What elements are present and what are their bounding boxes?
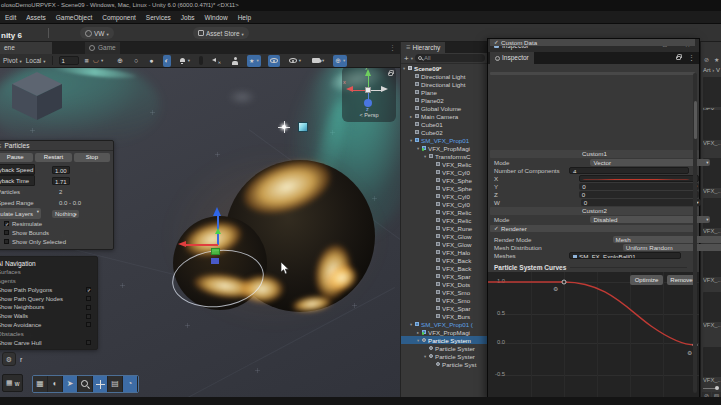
kebab-menu-icon[interactable]: ⋮ xyxy=(688,52,695,64)
tab-scene[interactable]: ene xyxy=(0,42,52,54)
vfx-graph-gizmo-icon[interactable] xyxy=(298,122,308,132)
module-row-partial[interactable] xyxy=(490,72,695,75)
orbit-tool-icon[interactable] xyxy=(123,376,138,392)
scene-cube-object[interactable] xyxy=(12,72,62,120)
menu-item[interactable]: Edit xyxy=(5,14,16,21)
components-count-field[interactable]: 4 xyxy=(569,167,689,174)
hierarchy-item[interactable]: ▾ SM_VFX_Prop01 xyxy=(401,136,488,144)
hierarchy-item[interactable]: ▾ Scene09* xyxy=(401,64,488,72)
optimize-button[interactable]: Optimize xyxy=(630,275,663,285)
shaded-tool-icon[interactable] xyxy=(48,376,63,392)
light-gizmo-icon[interactable] xyxy=(282,125,286,129)
view-tool-icon[interactable] xyxy=(63,376,78,392)
hierarchy-item[interactable]: Particle Syst xyxy=(401,360,488,368)
collapsed-overlay-button[interactable]: ⚙ r xyxy=(2,352,22,366)
hierarchy-item[interactable]: ▾ SM_VFX_Prop01 ( xyxy=(401,320,488,328)
asset-thumbnail[interactable]: VFX_... xyxy=(703,247,721,284)
tab-inspector[interactable]: iInspector xyxy=(490,52,534,64)
hierarchy-item[interactable]: ▸ VFX_PropMagi xyxy=(401,328,488,336)
hierarchy-item[interactable]: VFX_Dots xyxy=(401,280,488,288)
ai-nav-row[interactable]: Show Avoidance xyxy=(0,321,97,330)
ai-nav-row[interactable]: Show Path Query Nodes xyxy=(0,294,97,303)
account-button[interactable]: VW xyxy=(80,27,114,39)
particle-module-row[interactable]: Custom Data xyxy=(490,39,695,46)
asset-store-button[interactable]: Asset Store xyxy=(193,27,249,39)
module-checkbox-icon[interactable] xyxy=(494,41,498,45)
particles-panel-button[interactable]: Pause xyxy=(0,153,33,162)
particles-panel-value[interactable]: 1.71 xyxy=(52,177,70,185)
ai-nav-row[interactable]: Show Neighbours xyxy=(0,303,97,312)
custom1-header[interactable]: Custom1 xyxy=(490,150,699,158)
hierarchy-item[interactable]: VFX_Halo xyxy=(401,248,488,256)
favorites-star-icon[interactable]: ★ xyxy=(714,56,719,63)
ai-nav-row[interactable]: Agents xyxy=(0,277,97,286)
hierarchy-item[interactable]: Directional Light xyxy=(401,80,488,88)
hierarchy-item[interactable]: VFX_Back xyxy=(401,256,488,264)
draw-mode-icon[interactable] xyxy=(115,55,125,67)
mesh-distribution-dropdown[interactable]: Uniform Random xyxy=(623,244,721,251)
ai-nav-row[interactable]: Show Path Polygons xyxy=(0,285,97,294)
lock-icon[interactable] xyxy=(388,72,393,76)
tab-hierarchy[interactable]: ☰Hierarchy xyxy=(401,42,445,53)
keyframe-gear-icon[interactable]: ⚙ xyxy=(553,285,558,292)
ai-nav-row[interactable]: AI Navigation xyxy=(0,259,97,268)
hierarchy-item[interactable]: ▾ TransformsC xyxy=(401,152,488,160)
shading-shaded-icon[interactable] xyxy=(147,55,155,67)
particles-panel-value[interactable]: 2 xyxy=(59,188,62,196)
hierarchy-item[interactable]: ▾ VFX_PropMagi xyxy=(401,144,488,152)
grid-tool-icon[interactable] xyxy=(33,376,48,392)
hierarchy-item[interactable]: VFX_Relic xyxy=(401,160,488,168)
tab-menu-icon[interactable]: ⋮ xyxy=(389,42,396,54)
hierarchy-item[interactable]: VFX_Glow xyxy=(401,240,488,248)
asset-thumbnail[interactable]: VFX_... xyxy=(703,77,721,114)
handle-orientation-dropdown[interactable]: Local xyxy=(26,57,46,64)
hierarchy-item[interactable]: Cube01 xyxy=(401,120,488,128)
effects-toggle-icon[interactable] xyxy=(247,55,261,67)
ai-nav-row[interactable]: Show Carve Hull xyxy=(0,338,97,347)
hierarchy-item[interactable]: Directional Light xyxy=(401,72,488,80)
particles-panel-checkbox-row[interactable]: Show Bounds xyxy=(0,228,113,237)
menu-item[interactable]: Assets xyxy=(26,14,46,21)
hierarchy-item[interactable]: ▾ Particle System xyxy=(401,336,488,344)
scene-visibility-icon[interactable] xyxy=(268,55,280,67)
overlay-visibility-icon[interactable] xyxy=(287,55,303,67)
projection-label[interactable]: < Persp xyxy=(342,112,396,118)
zoom-slider-knob[interactable] xyxy=(715,386,719,390)
add-dropdown-icon[interactable]: ▾ xyxy=(411,56,413,61)
hierarchy-item[interactable]: ▾ Particle Syster xyxy=(401,352,488,360)
grid-snap-icon[interactable] xyxy=(83,55,89,66)
notifications-icon[interactable] xyxy=(178,55,192,67)
menu-item[interactable]: Help xyxy=(238,14,251,21)
menu-item[interactable]: GameObject xyxy=(56,14,93,21)
hierarchy-item[interactable]: VFX_Spar xyxy=(401,304,488,312)
layers-tool-icon[interactable] xyxy=(108,376,123,392)
asset-thumbnail[interactable]: VFX_... xyxy=(703,292,721,329)
hierarchy-item[interactable]: Plane02 xyxy=(401,96,488,104)
hierarchy-item[interactable]: VFX_Relic xyxy=(401,216,488,224)
z-value-field[interactable]: 0 xyxy=(579,191,699,198)
scene-viewport[interactable]: y x z < Persp ☰Particles PauseRestartSto… xyxy=(0,68,400,397)
ai-nav-row[interactable]: Obstacles xyxy=(0,329,97,338)
hierarchy-item[interactable]: VFX_Rune xyxy=(401,224,488,232)
ai-nav-row[interactable]: Show Walls xyxy=(0,312,97,321)
hierarchy-item[interactable]: ▸ Main Camera xyxy=(401,112,488,120)
hierarchy-item[interactable]: Cube02 xyxy=(401,128,488,136)
hierarchy-item[interactable]: VFX_Spar xyxy=(401,272,488,280)
particles-panel-button[interactable]: Restart xyxy=(35,153,71,162)
w-value-field[interactable]: 0 xyxy=(581,199,701,206)
hierarchy-search-input[interactable]: All xyxy=(415,54,485,62)
hierarchy-item[interactable]: VFX_Burs xyxy=(401,312,488,320)
snap-magnet-icon[interactable]: ◡ xyxy=(93,55,103,66)
particles-panel-checkbox-row[interactable]: Show Only Selected xyxy=(0,237,113,246)
hierarchy-item[interactable]: Global Volume xyxy=(401,104,488,112)
inspector-scrollbar[interactable] xyxy=(693,73,697,393)
avatar-icon[interactable] xyxy=(230,55,240,67)
audio-mute-icon[interactable] xyxy=(210,55,223,67)
tab-game[interactable]: Game xyxy=(85,42,120,54)
hierarchy-item[interactable]: VFX_Cyl0 xyxy=(401,192,488,200)
tools-overlay-cluster[interactable]: w xyxy=(2,374,23,392)
hierarchy-item[interactable]: VFX_Glow xyxy=(401,232,488,240)
keyframe-gear-icon[interactable]: ⚙ xyxy=(687,349,692,356)
hierarchy-item[interactable]: Particle Syster xyxy=(401,344,488,352)
particle-system-curves-editor[interactable]: 1.0 0.5 0.0 -0.5 ⚙ ⚙ Optimize Remove xyxy=(488,272,699,398)
